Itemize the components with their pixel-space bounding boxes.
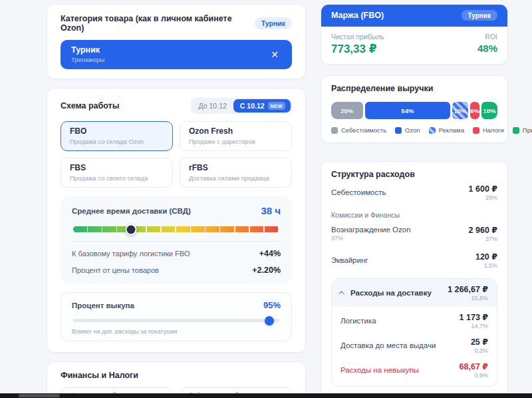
category-card: Категория товара (как в личном кабинете …: [47, 4, 306, 79]
legend-swatch: [395, 127, 402, 134]
legend-item-cost: Себестоимость: [331, 126, 386, 134]
delivery-group-header[interactable]: Расходы на доставку 1 266,67 ₽ 15,8%: [332, 279, 497, 307]
expense-row-logistics: Логистика 1 173 ₽ 14,7%: [340, 308, 488, 333]
buyout-percent-block: Процент выкупа 95% Влияет на доп. расход…: [61, 292, 292, 341]
expense-row-cost: Себестоимость 1 600 ₽ 20%: [331, 179, 497, 206]
finance-card: Финансы и Налоги Цена продажи, ₽ 8 000 С…: [47, 361, 306, 398]
margin-card: Маржа (FBO) Турник Чистая прибыль 773,33…: [321, 4, 508, 65]
expense-structure-title: Структура расходов: [331, 170, 497, 179]
bar-segment-taxes: 6%: [470, 102, 479, 119]
legend-item-ads: Реклама: [429, 126, 464, 134]
base-tariff-value: +44%: [259, 249, 281, 258]
buyout-value: 95%: [263, 300, 281, 310]
delivery-expenses-group: Расходы на доставку 1 266,67 ₽ 15,8% Лог…: [331, 278, 497, 387]
section-fees: Комиссии и Финансы: [331, 211, 497, 219]
toggle-after-date[interactable]: С 10.12 NEW: [233, 99, 291, 112]
new-badge: NEW: [268, 102, 285, 110]
finance-card-title: Финансы и Налоги: [61, 371, 292, 380]
roi-value: 48%: [477, 43, 497, 54]
slider-thumb[interactable]: [265, 316, 274, 325]
slider-track[interactable]: [73, 319, 279, 322]
revenue-legend: Себестоимость Ozon Реклама Налоги Прибыл…: [331, 126, 497, 134]
chevron-up-icon: [338, 291, 344, 296]
price-percent-label: Процент от цены товаров: [72, 266, 159, 274]
bottom-window-edge: [0, 393, 532, 398]
roi-label: ROI: [477, 33, 497, 41]
revenue-distribution-card: Распределение выручки 20% 54% 10% 6% 10%…: [321, 75, 508, 143]
base-tariff-label: К базовому тарифу логистики FBO: [72, 250, 190, 258]
bar-segment-profit: 10%: [481, 102, 497, 119]
revenue-stacked-bar: 20% 54% 10% 6% 10%: [331, 102, 497, 119]
legend-item-ozon: Ozon: [395, 126, 420, 134]
price-percent-value: +2.20%: [252, 266, 281, 275]
buyout-label: Процент выкупа: [72, 301, 134, 309]
horizontal-scrollbar-thumb[interactable]: [19, 394, 60, 397]
delivery-time-block: Среднее время доставки (СВД) 38 ч К базо…: [61, 196, 292, 284]
right-column: Маржа (FBO) Турник Чистая прибыль 773,33…: [321, 4, 508, 398]
tariff-date-toggle: До 10.12 С 10.12 NEW: [191, 98, 292, 114]
scheme-options: FBO Продажа со склада Ozon Ozon Fresh Пр…: [61, 121, 292, 188]
selected-category-item[interactable]: Турник Тренажеры ✕: [61, 40, 292, 69]
close-icon[interactable]: ✕: [268, 49, 281, 61]
net-profit-label: Чистая прибыль: [331, 33, 384, 41]
legend-item-profit: Прибыль: [513, 126, 532, 134]
scheme-option-rfbs[interactable]: rFBS Доставка силами продавца: [180, 158, 292, 188]
margin-card-header: Маржа (FBO) Турник: [321, 5, 507, 27]
scheme-option-fbo[interactable]: FBO Продажа со склада Ozon: [61, 121, 173, 151]
buyout-slider[interactable]: [73, 319, 279, 322]
expense-row-pickup-delivery: Доставка до места выдачи 25 ₽ 0,3%: [340, 333, 488, 357]
toggle-before-date[interactable]: До 10.12: [192, 99, 233, 112]
buyout-hint: Влияет на доп. расходы за покатушки: [72, 328, 281, 335]
expense-structure-card: Структура расходов Себестоимость 1 600 ₽…: [321, 161, 508, 398]
slider-thumb[interactable]: [125, 224, 136, 235]
selected-category-name: Турник: [71, 45, 104, 55]
left-column: Категория товара (как в личном кабинете …: [47, 4, 306, 398]
revenue-distribution-title: Распределение выручки: [331, 84, 497, 93]
slider-gradient-track[interactable]: [73, 226, 279, 232]
bar-segment-cost: 20%: [331, 102, 363, 119]
scheme-option-ozon-fresh[interactable]: Ozon Fresh Продажи с дарксторов: [180, 121, 292, 151]
selected-category-path: Тренажеры: [71, 56, 104, 63]
delivery-time-label: Среднее время доставки (СВД): [72, 207, 191, 215]
expense-row-ozon-fee: Вознаграждение Ozon 37% 2 960 ₽ 37%: [331, 220, 497, 247]
scheme-card: Схема работы До 10.12 С 10.12 NEW FBO Пр…: [47, 88, 306, 353]
margin-card-title: Маржа (FBO): [331, 11, 384, 20]
bar-segment-ozon: 54%: [365, 102, 451, 119]
legend-item-taxes: Налоги: [473, 126, 504, 134]
scheme-option-fbs[interactable]: FBS Продажа со своего склада: [61, 158, 173, 188]
divider: [72, 241, 281, 242]
legend-swatch: [331, 127, 338, 134]
scheme-card-title: Схема работы: [61, 101, 119, 110]
bar-segment-ads: 10%: [452, 102, 468, 119]
expense-row-non-buyout: Расходы на невыкупы 68,67 ₽ 0,9%: [340, 357, 488, 382]
delivery-time-slider[interactable]: [73, 226, 279, 232]
delivery-time-value: 38 ч: [261, 205, 281, 216]
net-profit-value: 773,33 ₽: [331, 42, 384, 56]
legend-swatch: [473, 127, 479, 134]
expense-row-acquiring: Эквайринг 120 ₽ 1,5%: [331, 247, 497, 274]
margin-category-badge: Турник: [462, 10, 497, 21]
legend-swatch: [429, 127, 436, 134]
category-card-title: Категория товара (как в личном кабинете …: [61, 14, 255, 33]
legend-swatch: [513, 127, 519, 134]
category-badge: Турник: [255, 17, 292, 29]
